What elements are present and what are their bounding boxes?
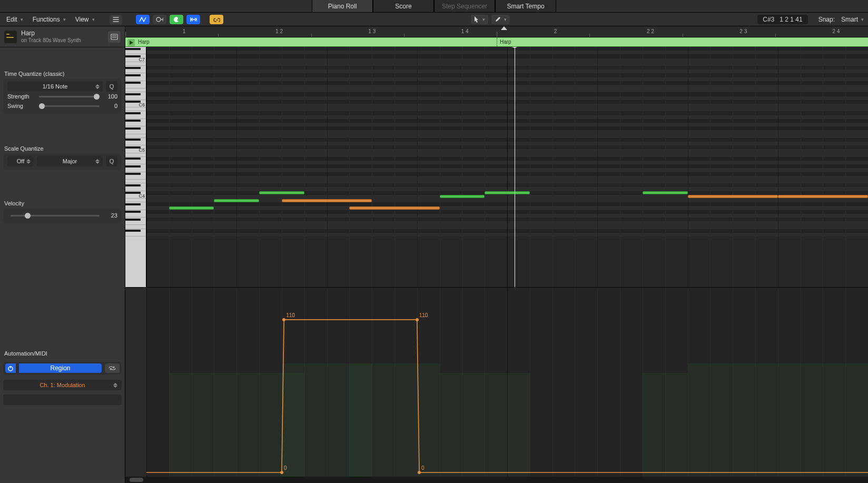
automation-grid[interactable]: 01101100	[146, 288, 868, 477]
svg-point-0	[156, 17, 161, 22]
functions-menu[interactable]: Functions▾	[29, 15, 69, 24]
automation-lane: 01101100	[125, 287, 868, 477]
palette-icon	[173, 16, 180, 23]
swing-label: Swing	[7, 103, 36, 109]
quantize-apply-button[interactable]: Q	[106, 81, 117, 92]
midi-out-button[interactable]	[153, 15, 166, 24]
region-play-button[interactable]	[127, 39, 135, 46]
tab-piano-roll[interactable]: Piano Roll	[312, 0, 373, 12]
inspector-panel: Harp on Track 80s Wave Synth Time Quanti…	[0, 26, 125, 483]
time-ruler[interactable]: 11 21 31 422 22 32 4	[125, 26, 868, 37]
midi-note[interactable]	[349, 206, 439, 210]
automation-parameter-select[interactable]: Ch. 1: Modulation	[3, 380, 122, 390]
automation-value-label: 110	[419, 312, 428, 318]
catch-button[interactable]	[108, 31, 121, 43]
collapse-icon	[112, 16, 120, 23]
track-sub: on Track 80s Wave Synth	[21, 37, 81, 43]
scale-quantize-label: Scale Quantize	[0, 140, 125, 154]
automation-value-label: 0	[421, 465, 425, 471]
strength-value: 100	[103, 93, 117, 100]
track-name: Harp	[21, 30, 81, 37]
quantize-palette-button[interactable]	[170, 15, 183, 24]
edit-menu[interactable]: Edit▾	[3, 15, 26, 24]
swing-slider[interactable]	[39, 105, 100, 107]
scale-quantize-onoff[interactable]: Off	[7, 156, 34, 166]
region-name-loop: Harp	[500, 39, 511, 45]
automation-cycle-button[interactable]	[105, 363, 120, 373]
velocity-slider[interactable]	[11, 215, 100, 216]
snap-menu[interactable]: Smart▾	[838, 15, 865, 24]
automation-power-button[interactable]	[5, 363, 16, 373]
automation-node[interactable]	[418, 471, 421, 474]
midi-note[interactable]	[259, 191, 304, 194]
playhead[interactable]	[515, 47, 515, 287]
swing-value: 0	[103, 103, 117, 109]
track-header: Harp on Track 80s Wave Synth	[0, 26, 125, 47]
link-button[interactable]	[210, 15, 223, 24]
strength-label: Strength	[7, 93, 36, 100]
cycle-icon	[108, 365, 116, 371]
horizontal-scrollbar[interactable]	[125, 477, 868, 483]
snap-label: Snap:	[818, 16, 835, 23]
tab-score[interactable]: Score	[373, 0, 434, 12]
automation-value-label: 0	[284, 465, 287, 471]
cursor-info: C#3 1 2 1 41	[757, 15, 807, 24]
view-menu[interactable]: View▾	[72, 15, 98, 24]
scale-quantize-mode[interactable]: Major	[37, 156, 103, 166]
midi-note[interactable]	[282, 199, 372, 202]
tab-step-sequencer: Step Sequencer	[434, 0, 495, 12]
midi-note[interactable]	[440, 195, 485, 198]
midi-out-icon	[156, 16, 163, 23]
pencil-icon	[495, 16, 501, 23]
link-icon	[213, 16, 220, 23]
automation-node[interactable]	[282, 318, 285, 321]
collapse-notes-button[interactable]	[186, 15, 200, 24]
midi-note[interactable]	[169, 206, 214, 210]
automation-label: Automation/MIDI	[0, 345, 125, 359]
velocity-value: 23	[103, 212, 117, 219]
track-icon	[4, 31, 17, 43]
note-grid[interactable]	[146, 47, 868, 287]
svg-rect-1	[111, 34, 117, 40]
midi-in-button[interactable]	[136, 15, 150, 24]
pointer-tool-menu[interactable]: ▾	[471, 15, 488, 24]
time-quantize-select[interactable]: 1/16 Note	[7, 81, 103, 92]
pencil-tool-menu[interactable]: ▾	[491, 15, 510, 24]
time-quantize-label: Time Quantize (classic)	[0, 65, 125, 79]
midi-note[interactable]	[485, 191, 530, 194]
scale-quantize-apply-button[interactable]: Q	[106, 156, 117, 166]
note-grid-area: C7C6C5C4	[125, 47, 868, 287]
collapse-notes-icon	[190, 16, 197, 23]
automation-value-field[interactable]	[3, 395, 122, 405]
pointer-icon	[474, 16, 479, 23]
piano-roll-editor: ▸ 11 21 31 422 22 32 4 Harp Harp C7C6C5C…	[125, 26, 868, 483]
scroll-thumb[interactable]	[130, 478, 143, 482]
cursor-position: 1 2 1 41	[780, 16, 802, 23]
midi-note[interactable]	[643, 191, 688, 194]
list-icon	[111, 33, 118, 41]
midi-note[interactable]	[688, 195, 778, 198]
tab-smart-tempo[interactable]: Smart Tempo	[495, 0, 556, 12]
midi-note[interactable]	[778, 195, 868, 198]
piano-roll-toolbar: Edit▾ Functions▾ View▾ ▾ ▾ C#3 1 2 1 41 …	[0, 13, 868, 26]
velocity-label: Velocity	[0, 195, 125, 209]
strength-slider[interactable]	[39, 96, 100, 97]
midi-in-icon	[139, 16, 146, 23]
automation-node[interactable]	[280, 471, 283, 474]
power-icon	[7, 365, 14, 371]
region-header[interactable]: Harp Harp	[125, 37, 868, 47]
piano-keyboard[interactable]: C7C6C5C4	[125, 47, 146, 287]
automation-node[interactable]	[416, 318, 419, 321]
automation-value-label: 110	[286, 312, 295, 318]
region-name: Harp	[138, 39, 150, 45]
collapse-inspector-button[interactable]	[110, 15, 122, 24]
automation-scope-select[interactable]: Region	[19, 363, 102, 373]
cursor-note: C#3	[763, 16, 774, 23]
editor-tabs: Piano Roll Score Step Sequencer Smart Te…	[0, 0, 868, 13]
midi-note[interactable]	[214, 199, 259, 202]
